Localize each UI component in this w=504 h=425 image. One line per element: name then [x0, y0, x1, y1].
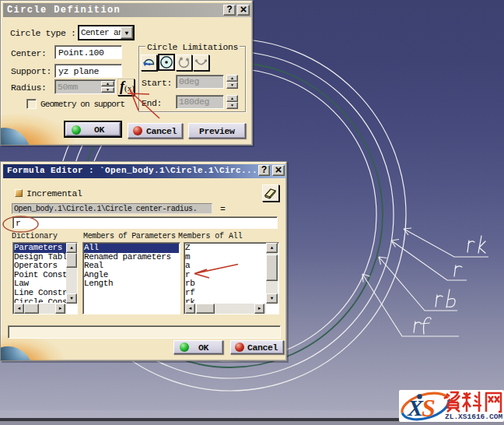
- svg-text:ZL.XS1616.COM: ZL.XS1616.COM: [445, 413, 502, 421]
- svg-text:S: S: [422, 394, 436, 422]
